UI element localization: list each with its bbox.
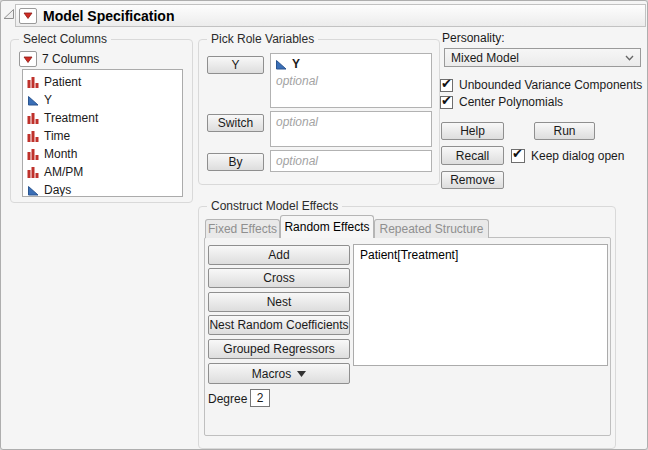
chevron-down-icon — [625, 55, 634, 61]
by-role-button[interactable]: By — [207, 153, 264, 171]
checkmark-icon: ✔ — [441, 77, 452, 90]
macros-label: Macros — [252, 367, 291, 381]
y-role-dropzone[interactable]: Y optional — [270, 53, 432, 108]
macros-button[interactable]: Macros — [208, 363, 350, 384]
center-polynomials-checkbox[interactable]: ✔ Center Polynomials — [440, 95, 563, 109]
continuous-icon — [27, 94, 39, 106]
switch-role-dropzone[interactable]: optional — [270, 111, 432, 147]
checkmark-icon: ✔ — [512, 147, 523, 160]
tab-fixed-effects[interactable]: Fixed Effects — [205, 219, 280, 238]
effect-entry[interactable]: Patient[Treatment] — [354, 245, 607, 265]
tab-random-effects[interactable]: Random Effects — [280, 215, 374, 238]
checkbox-box[interactable]: ✔ — [511, 149, 525, 163]
nominal-icon — [27, 112, 39, 124]
add-button[interactable]: Add — [208, 245, 350, 265]
grouped-regressors-button[interactable]: Grouped Regressors — [208, 339, 350, 359]
y-role-button[interactable]: Y — [207, 56, 264, 74]
cross-button[interactable]: Cross — [208, 268, 350, 288]
checkbox-label: Keep dialog open — [531, 149, 624, 163]
recall-button[interactable]: Recall — [441, 146, 504, 165]
select-columns-label: Select Columns — [19, 32, 111, 46]
effects-listbox[interactable]: Patient[Treatment] — [353, 244, 608, 366]
personality-dropdown[interactable]: Mixed Model — [444, 48, 641, 67]
switch-optional-placeholder: optional — [271, 112, 431, 129]
run-button[interactable]: Run — [534, 122, 595, 140]
nominal-icon — [27, 76, 39, 88]
continuous-icon — [27, 184, 39, 196]
dock-triangle-icon[interactable] — [3, 8, 15, 20]
checkbox-box[interactable]: ✔ — [440, 79, 453, 92]
outline-title-bar: Model Specification — [15, 4, 646, 27]
columns-listbox[interactable]: Patient Y Treatment Time Month AM/PM — [22, 69, 183, 197]
nominal-icon — [27, 130, 39, 142]
checkmark-icon: ✔ — [441, 94, 452, 107]
personality-selected-value: Mixed Model — [451, 51, 625, 65]
column-item[interactable]: Days — [23, 180, 182, 197]
nest-button[interactable]: Nest — [208, 292, 350, 312]
pick-role-variables-label: Pick Role Variables — [207, 32, 318, 46]
red-triangle-menu-button[interactable] — [19, 8, 37, 24]
y-optional-placeholder: optional — [271, 71, 431, 88]
remove-button[interactable]: Remove — [441, 171, 504, 189]
column-item[interactable]: Y — [23, 90, 182, 108]
dropdown-arrow-icon — [297, 371, 306, 377]
column-item[interactable]: Time — [23, 126, 182, 144]
keep-dialog-open-checkbox[interactable]: ✔ Keep dialog open — [511, 149, 624, 163]
nominal-icon — [27, 148, 39, 160]
by-optional-placeholder: optional — [271, 151, 431, 168]
page-title: Model Specification — [43, 8, 174, 24]
nominal-icon — [27, 166, 39, 178]
degree-input[interactable]: 2 — [250, 389, 270, 407]
checkbox-label: Center Polynomials — [459, 95, 563, 109]
tab-repeated-structure[interactable]: Repeated Structure — [374, 219, 489, 238]
columns-red-triangle-button[interactable] — [19, 51, 37, 67]
column-item[interactable]: AM/PM — [23, 162, 182, 180]
checkbox-box[interactable]: ✔ — [440, 96, 453, 109]
nest-random-coefficients-button[interactable]: Nest Random Coefficients — [208, 315, 350, 335]
continuous-icon — [275, 58, 287, 70]
columns-header: 7 Columns — [19, 51, 99, 67]
select-columns-group: Select Columns 7 Columns Patient Y Treat… — [10, 39, 193, 203]
unbounded-variance-checkbox[interactable]: ✔ Unbounded Variance Components — [440, 78, 642, 92]
pick-role-variables-group: Pick Role Variables Y Y optional Switch … — [198, 39, 440, 185]
construct-model-effects-label: Construct Model Effects — [207, 199, 342, 213]
switch-role-button[interactable]: Switch — [207, 114, 264, 132]
by-role-dropzone[interactable]: optional — [270, 150, 432, 172]
column-item[interactable]: Month — [23, 144, 182, 162]
personality-label: Personality: — [442, 31, 505, 45]
help-button[interactable]: Help — [441, 122, 504, 140]
column-item[interactable]: Treatment — [23, 108, 182, 126]
column-item[interactable]: Patient — [23, 72, 182, 90]
columns-count-label: 7 Columns — [42, 52, 99, 66]
degree-label: Degree — [208, 392, 247, 406]
model-specification-window: Model Specification Select Columns 7 Col… — [0, 0, 648, 450]
checkbox-label: Unbounded Variance Components — [459, 78, 642, 92]
y-role-item[interactable]: Y — [271, 54, 431, 71]
